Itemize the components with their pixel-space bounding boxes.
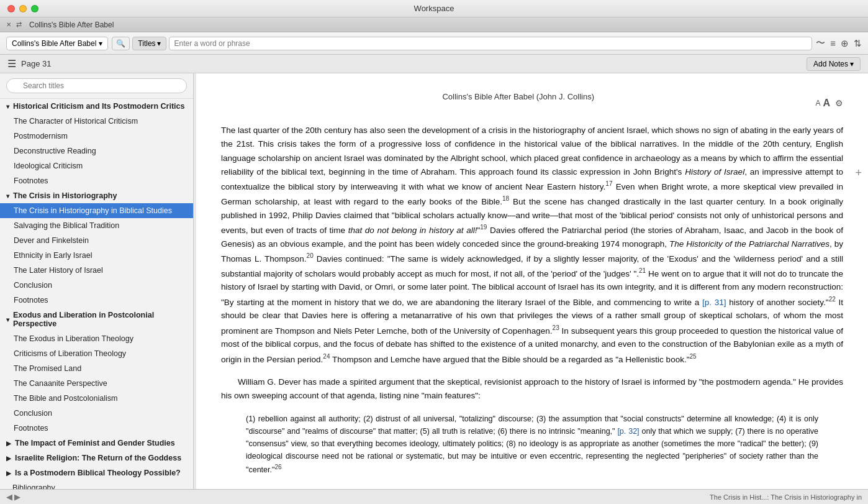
sidebar-item-dever[interactable]: Dever and Finkelstein — [0, 233, 193, 248]
sidebar-item-ethnicity[interactable]: Ethnicity in Early Israel — [0, 248, 193, 263]
content-book-title: Collins's Bible After Babel (John J. Col… — [442, 92, 594, 101]
sidebar-item-character[interactable]: The Character of Historical Criticism — [0, 114, 193, 129]
lines-icon[interactable]: ≡ — [830, 38, 836, 48]
sidebar-item-label: Ideological Criticism — [14, 162, 83, 170]
sidebar-list: ▾Historical Criticism and Its Postmodern… — [0, 99, 193, 489]
sidebar-item-section-crisis[interactable]: ▾The Crisis in Historiography — [0, 188, 193, 203]
tab-label[interactable]: Collins's Bible After Babel — [29, 21, 114, 29]
sidebar-item-label: Conclusion — [14, 409, 52, 418]
plus-circle-icon[interactable]: ⊕ — [841, 38, 849, 49]
font-size-large[interactable]: A — [823, 98, 830, 109]
sidebar-item-bible-postcolonialism[interactable]: The Bible and Postcolonialism — [0, 391, 193, 406]
disclosure-icon: ▶ — [6, 470, 11, 477]
sidebar-item-conclusion-2[interactable]: Conclusion — [0, 406, 193, 421]
paragraph-1: The last quarter of the 20th century has… — [221, 124, 843, 367]
tab-close-icon[interactable]: ✕ — [6, 21, 11, 28]
titles-arrow: ▾ — [157, 39, 161, 48]
sidebar-item-label: Historical Criticism and Its Postmodern … — [13, 102, 184, 111]
sidebar-item-label: Is a Postmodern Biblical Theology Possib… — [15, 469, 181, 477]
maximize-button[interactable] — [31, 5, 38, 12]
add-notes-button[interactable]: Add Notes ▾ — [807, 57, 861, 71]
footnote-ref-23[interactable]: 23 — [553, 324, 559, 331]
tab-expand-icon[interactable]: ⇄ — [16, 21, 22, 29]
sidebar-search-input[interactable] — [6, 78, 187, 93]
main-layout: 🔍 ▾Historical Criticism and Its Postmode… — [0, 73, 868, 489]
footnote-ref-24[interactable]: 24 — [323, 353, 330, 360]
sidebar-item-label: Bibliography — [12, 483, 55, 489]
book-selector-arrow: ▾ — [99, 39, 102, 48]
blockquote: (1) rebellion against all authority; (2)… — [246, 413, 818, 476]
sidebar-item-bibliography[interactable]: Bibliography — [0, 480, 193, 489]
close-button[interactable] — [7, 5, 15, 12]
sidebar-item-label: Ethnicity in Early Israel — [14, 251, 92, 260]
next-arrow[interactable]: ▶ — [14, 492, 20, 502]
menu-icon[interactable]: ☰ — [7, 58, 16, 70]
tabbar: ✕ ⇄ Collins's Bible After Babel — [0, 17, 868, 32]
sidebar-item-label: The Exodus in Liberation Theology — [14, 334, 133, 343]
footnote-ref-18[interactable]: 18 — [502, 195, 509, 202]
sidebar-item-label: The Bible and Postcolonialism — [14, 394, 117, 403]
sidebar-item-label: The Crisis in Historiography — [13, 191, 117, 200]
sidebar-item-promised-land[interactable]: The Promised Land — [0, 361, 193, 376]
sidebar-item-canaanite[interactable]: The Canaanite Perspective — [0, 376, 193, 391]
sidebar-item-label: Exodus and Liberation in Postcolonial Pe… — [13, 311, 187, 328]
font-size-small[interactable]: A — [815, 99, 820, 108]
sidebar-item-exodus-liberation[interactable]: The Exodus in Liberation Theology — [0, 331, 193, 346]
sidebar-item-postmodernism[interactable]: Postmodernism — [0, 129, 193, 144]
page-link-31[interactable]: [p. 31] — [702, 297, 726, 306]
add-notes-label: Add Notes — [813, 60, 848, 68]
book-selector[interactable]: Collins's Bible After Babel ▾ — [6, 37, 108, 50]
titles-label: Titles — [138, 39, 155, 48]
paragraph-2: William G. Dever has made a spirited arg… — [221, 375, 843, 403]
sidebar-item-footnotes-2[interactable]: Footnotes — [0, 293, 193, 308]
pagebar: ☰ Page 31 Add Notes ▾ — [0, 55, 868, 73]
sidebar-item-section-postmodern[interactable]: ▶Is a Postmodern Biblical Theology Possi… — [0, 465, 193, 480]
sidebar-item-criticisms[interactable]: Criticisms of Liberation Theology — [0, 346, 193, 361]
footnote-ref-22[interactable]: 22 — [829, 296, 836, 303]
search-input[interactable] — [169, 37, 813, 50]
search-icon-button[interactable]: 🔍 — [112, 37, 130, 50]
sidebar-item-label: Israelite Religion: The Return of the Go… — [15, 454, 181, 462]
prev-arrow[interactable]: ◀ — [6, 492, 12, 502]
sidebar-item-section-exodus[interactable]: ▾Exodus and Liberation in Postcolonial P… — [0, 308, 193, 331]
window-controls[interactable] — [7, 5, 38, 12]
sidebar-item-label: Postmodernism — [14, 132, 68, 140]
sidebar-item-label: The Crisis in Historiography in Biblical… — [14, 206, 172, 215]
sidebar-item-conclusion-1[interactable]: Conclusion — [0, 278, 193, 293]
footnote-ref-19[interactable]: 19 — [480, 224, 487, 231]
arrow-updown-icon[interactable]: ⇅ — [854, 38, 862, 49]
add-notes-arrow: ▾ — [850, 60, 854, 68]
sidebar-item-label: Footnotes — [14, 176, 48, 185]
page-link-32[interactable]: [p. 32] — [617, 427, 639, 436]
footnote-ref-25[interactable]: 25 — [689, 353, 696, 360]
sidebar-item-crisis-biblical[interactable]: The Crisis in Historiography in Biblical… — [0, 203, 193, 218]
footnote-ref-21[interactable]: 21 — [639, 267, 646, 274]
titlebar: Workspace — [0, 0, 868, 17]
content-area: Collins's Bible After Babel (John J. Col… — [196, 73, 868, 489]
footnote-ref-26[interactable]: 26 — [274, 464, 281, 470]
titles-button[interactable]: Titles ▾ — [132, 37, 166, 50]
footnote-ref-20[interactable]: 20 — [307, 252, 314, 259]
footnote-ref-17[interactable]: 17 — [605, 180, 612, 187]
squiggle-icon[interactable]: 〜 — [816, 37, 825, 49]
sidebar-search-wrap: 🔍 — [6, 78, 187, 93]
statusbar: ◀ ▶ The Crisis in Hist...: The Crisis in… — [0, 489, 868, 504]
sidebar-item-footnotes-3[interactable]: Footnotes — [0, 421, 193, 436]
font-size-controls: A A — [815, 98, 830, 109]
gear-icon[interactable]: ⚙ — [835, 98, 843, 108]
sidebar-item-footnotes-1[interactable]: Footnotes — [0, 173, 193, 188]
minimize-button[interactable] — [19, 5, 27, 12]
sidebar-item-section-feminist[interactable]: ▶The Impact of Feminist and Gender Studi… — [0, 436, 193, 451]
sidebar-search-area: 🔍 — [0, 73, 193, 99]
sidebar-item-ideological[interactable]: Ideological Criticism — [0, 158, 193, 173]
add-note-button[interactable]: + — [855, 167, 862, 180]
sidebar-item-section-israelite[interactable]: ▶Israelite Religion: The Return of the G… — [0, 451, 193, 465]
statusbar-arrows: ◀ ▶ — [6, 492, 20, 502]
sidebar-item-label: The Promised Land — [14, 364, 81, 373]
sidebar-item-section-historical[interactable]: ▾Historical Criticism and Its Postmodern… — [0, 99, 193, 114]
sidebar-item-salvaging[interactable]: Salvaging the Biblical Tradition — [0, 218, 193, 233]
sidebar-item-label: Salvaging the Biblical Tradition — [14, 221, 119, 230]
disclosure-icon: ▶ — [6, 455, 11, 462]
sidebar-item-deconstructive[interactable]: Deconstructive Reading — [0, 144, 193, 158]
sidebar-item-later-history[interactable]: The Later History of Israel — [0, 263, 193, 278]
